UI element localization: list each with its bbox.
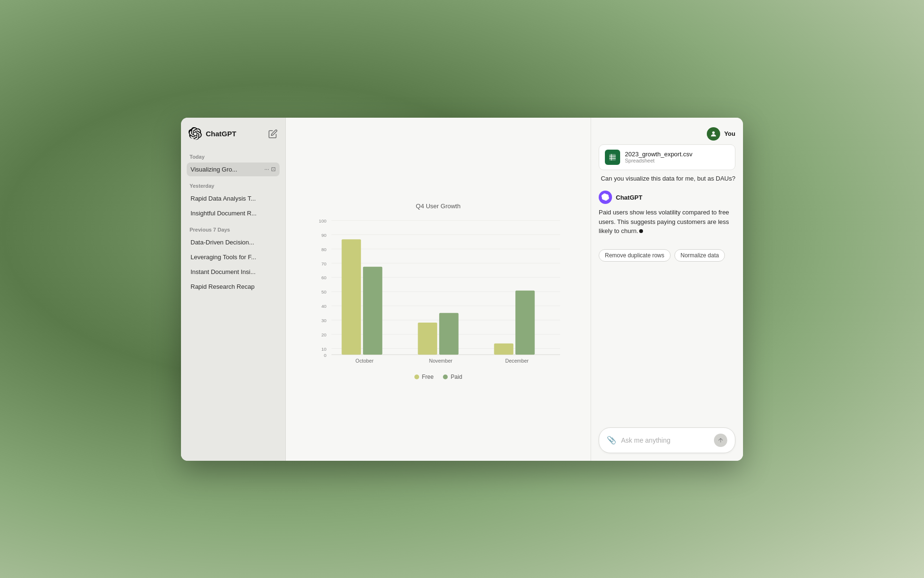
chatgpt-avatar-icon	[602, 193, 609, 201]
chart-legend: Free Paid	[305, 374, 572, 380]
svg-rect-22	[341, 239, 361, 355]
legend-paid-label: Paid	[451, 374, 462, 380]
legend-free-label: Free	[422, 374, 434, 380]
chart-wrapper: Q4 User Growth 100 90 80 70 60	[305, 203, 572, 380]
svg-text:70: 70	[321, 261, 327, 266]
legend-paid-dot	[443, 375, 448, 379]
user-name: You	[724, 130, 735, 137]
assistant-name: ChatGPT	[616, 194, 643, 201]
suggestion-remove-duplicates[interactable]: Remove duplicate rows	[599, 249, 671, 262]
sidebar-logo: ChatGPT	[189, 127, 236, 141]
svg-rect-32	[609, 154, 616, 161]
sidebar-item-instant[interactable]: Instant Document Insi...	[187, 265, 280, 279]
svg-rect-23	[363, 267, 382, 355]
main-area: Q4 User Growth 100 90 80 70 60	[286, 118, 591, 461]
assistant-message-text: Paid users show less volatility compared…	[599, 208, 735, 236]
section-label-today: Today	[187, 154, 280, 160]
bar-chart-svg: 100 90 80 70 60 50 40 30	[305, 215, 572, 368]
input-area: 📎 Ask me anything	[599, 427, 735, 453]
legend-free: Free	[414, 374, 434, 380]
file-name: 2023_growth_export.csv	[625, 151, 693, 158]
svg-text:0: 0	[324, 353, 326, 358]
svg-text:100: 100	[319, 218, 326, 223]
suggestion-normalize-data[interactable]: Normalize data	[674, 249, 725, 262]
send-button[interactable]	[714, 434, 727, 447]
new-chat-button[interactable]	[268, 129, 278, 139]
file-attachment: 2023_growth_export.csv Spreadsheet	[599, 144, 735, 170]
svg-rect-25	[418, 323, 437, 355]
chat-input[interactable]: Ask me anything	[621, 436, 709, 444]
main-window: ChatGPT Today Visualizing Gro... ··· ⊡	[181, 118, 743, 461]
sidebar-section-previous: Previous 7 Days Data-Driven Decision... …	[187, 225, 280, 294]
sidebar-section-today: Today Visualizing Gro... ··· ⊡	[187, 152, 280, 177]
archive-icon[interactable]: ⊡	[271, 166, 276, 172]
svg-point-31	[713, 131, 715, 133]
sidebar-header: ChatGPT	[187, 125, 280, 142]
sidebar-item-rapid-data[interactable]: Rapid Data Analysis T...	[187, 192, 280, 205]
sidebar-item-rapid-research[interactable]: Rapid Research Recap	[187, 280, 280, 294]
svg-text:90: 90	[321, 233, 327, 238]
sidebar-section-yesterday: Yesterday Rapid Data Analysis T... Insig…	[187, 181, 280, 221]
attach-icon[interactable]: 📎	[607, 436, 616, 445]
input-box: 📎 Ask me anything	[599, 427, 735, 453]
svg-text:30: 30	[321, 318, 327, 323]
user-avatar	[707, 127, 720, 141]
file-type: Spreadsheet	[625, 158, 693, 163]
user-message-header: You	[707, 127, 735, 141]
send-icon	[717, 437, 724, 444]
file-spreadsheet-icon	[605, 150, 620, 165]
svg-rect-28	[494, 344, 513, 355]
assistant-message: ChatGPT Paid users show less volatility …	[599, 191, 735, 236]
user-avatar-icon	[710, 130, 717, 138]
chart-title: Q4 User Growth	[305, 203, 572, 210]
chatgpt-avatar	[599, 191, 612, 204]
chart-area: 100 90 80 70 60 50 40 30	[305, 215, 572, 370]
sidebar-item-leveraging[interactable]: Leveraging Tools for F...	[187, 250, 280, 264]
legend-free-dot	[414, 375, 419, 379]
suggestions-area: Remove duplicate rows Normalize data	[599, 249, 735, 262]
svg-text:10: 10	[321, 346, 327, 352]
legend-paid: Paid	[443, 374, 462, 380]
svg-text:40: 40	[321, 304, 327, 309]
svg-text:December: December	[505, 358, 529, 364]
spreadsheet-icon	[608, 153, 617, 162]
svg-text:80: 80	[321, 247, 327, 252]
svg-text:November: November	[429, 358, 453, 364]
svg-rect-29	[515, 291, 535, 355]
chat-messages: You 2023_growth_export.csv Spreadsheet C…	[599, 127, 735, 422]
chart-container: Q4 User Growth 100 90 80 70 60	[286, 118, 591, 461]
chatgpt-logo-icon	[189, 127, 202, 141]
typing-indicator	[639, 229, 643, 233]
sidebar-title: ChatGPT	[206, 130, 236, 138]
svg-text:60: 60	[321, 275, 327, 280]
sidebar: ChatGPT Today Visualizing Gro... ··· ⊡	[181, 118, 286, 461]
sidebar-item-data-driven[interactable]: Data-Driven Decision...	[187, 235, 280, 249]
assistant-message-header: ChatGPT	[599, 191, 643, 204]
sidebar-item-visualizing[interactable]: Visualizing Gro... ··· ⊡	[187, 162, 280, 176]
item-actions: ··· ⊡	[264, 166, 276, 172]
svg-text:October: October	[355, 358, 373, 364]
file-info: 2023_growth_export.csv Spreadsheet	[625, 151, 693, 163]
svg-text:20: 20	[321, 332, 327, 337]
svg-text:50: 50	[321, 289, 327, 294]
sidebar-item-insightful[interactable]: Insightful Document R...	[187, 206, 280, 220]
user-message-text: Can you visualize this data for me, but …	[601, 174, 735, 183]
user-message: You 2023_growth_export.csv Spreadsheet C…	[599, 127, 735, 183]
right-panel: You 2023_growth_export.csv Spreadsheet C…	[591, 118, 743, 461]
svg-rect-26	[439, 313, 459, 355]
more-icon[interactable]: ···	[264, 166, 269, 172]
section-label-yesterday: Yesterday	[187, 183, 280, 189]
section-label-previous: Previous 7 Days	[187, 227, 280, 233]
